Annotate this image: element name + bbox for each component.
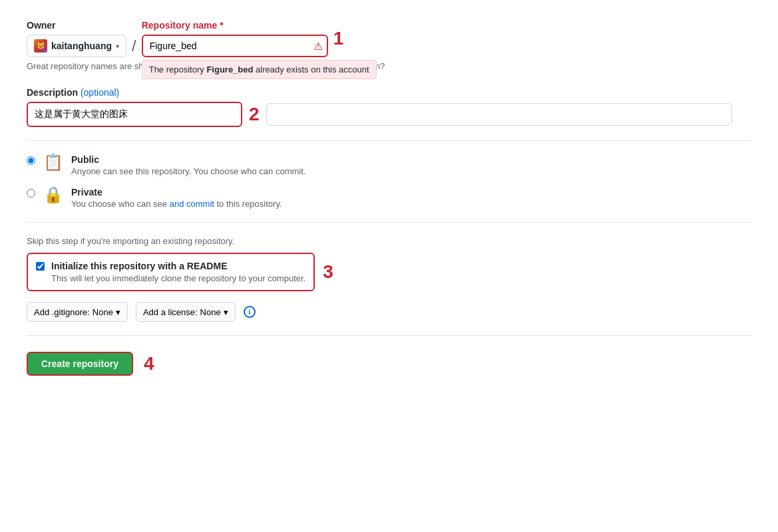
gitignore-license-section: Add .gitignore: None ▾ Add a license: No… bbox=[27, 302, 751, 322]
public-option-text: Public Anyone can see this repository. Y… bbox=[71, 154, 305, 176]
description-section: Description (optional) 2 bbox=[27, 87, 751, 127]
commit-link[interactable]: and commit bbox=[170, 199, 214, 209]
divider-1 bbox=[27, 140, 751, 141]
gitignore-chevron-icon: ▾ bbox=[116, 307, 120, 317]
public-radio[interactable] bbox=[27, 156, 35, 165]
public-repo-icon: 📋 bbox=[43, 153, 63, 172]
gitignore-value: None bbox=[93, 307, 113, 317]
warning-icon: ⚠ bbox=[313, 40, 323, 53]
owner-selector[interactable]: 🐱 kaitanghuang ▾ bbox=[27, 35, 126, 57]
bottom-row: Create repository 4 bbox=[27, 352, 751, 376]
skip-text: Skip this step if you're importing an ex… bbox=[27, 236, 751, 246]
slash-divider: / bbox=[132, 35, 136, 57]
private-repo-icon: 🔒 bbox=[43, 186, 63, 204]
private-option: 🔒 Private You choose who can see and com… bbox=[27, 187, 751, 209]
description-input-wrapper bbox=[27, 102, 242, 127]
description-label: Description (optional) bbox=[27, 87, 751, 98]
init-readme-checkbox[interactable] bbox=[36, 262, 45, 271]
step-3-number: 3 bbox=[323, 263, 333, 281]
description-input[interactable] bbox=[28, 103, 241, 126]
gitignore-button[interactable]: Add .gitignore: None ▾ bbox=[27, 302, 128, 322]
owner-label: Owner bbox=[27, 20, 126, 31]
license-chevron-icon: ▾ bbox=[224, 307, 228, 317]
repo-name-input[interactable] bbox=[142, 35, 328, 57]
private-radio[interactable] bbox=[27, 189, 35, 198]
init-text: Initialize this repository with a README… bbox=[51, 261, 305, 283]
step-4-number: 4 bbox=[144, 354, 154, 373]
helper-text: Great repository names are short and mem… bbox=[27, 61, 751, 71]
license-label: Add a license: bbox=[143, 307, 198, 317]
step-1-number: 1 bbox=[333, 29, 344, 48]
private-option-text: Private You choose who can see and commi… bbox=[71, 187, 282, 209]
info-icon[interactable]: i bbox=[244, 306, 256, 318]
step-2-number: 2 bbox=[249, 105, 260, 124]
public-option: 📋 Public Anyone can see this repository.… bbox=[27, 154, 751, 176]
license-value: None bbox=[200, 307, 221, 317]
owner-avatar: 🐱 bbox=[34, 39, 47, 53]
divider-3 bbox=[27, 335, 751, 336]
initialize-section: Skip this step if you're importing an ex… bbox=[27, 236, 751, 291]
visibility-section: 📋 Public Anyone can see this repository.… bbox=[27, 154, 751, 209]
repo-name-wrapper: ⚠ The repository Figure_bed already exis… bbox=[142, 35, 328, 57]
divider-2 bbox=[27, 222, 751, 223]
error-tooltip: The repository Figure_bed already exists… bbox=[142, 60, 377, 79]
chevron-down-icon: ▾ bbox=[116, 43, 119, 50]
init-checkbox-wrapper: Initialize this repository with a README… bbox=[27, 253, 315, 291]
create-repository-button[interactable]: Create repository bbox=[27, 352, 133, 376]
repo-name-label: Repository name * bbox=[142, 20, 328, 31]
description-input-right[interactable] bbox=[266, 103, 732, 126]
license-button[interactable]: Add a license: None ▾ bbox=[136, 302, 236, 322]
owner-name: kaitanghuang bbox=[51, 41, 112, 51]
gitignore-label: Add .gitignore: bbox=[34, 307, 90, 317]
